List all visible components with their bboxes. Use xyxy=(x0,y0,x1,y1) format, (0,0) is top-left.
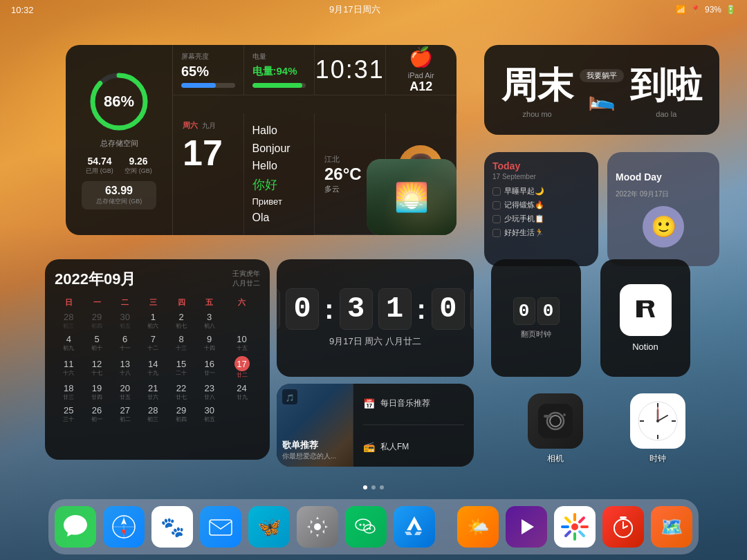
page-dot-2 xyxy=(371,485,376,489)
total-label: 总存储空间 (GB) xyxy=(85,197,153,206)
ipad-info-cell: 🍎 iPad Air A12 xyxy=(386,45,457,95)
svg-line-38 xyxy=(580,518,584,522)
flip-h2: 0 xyxy=(286,288,319,330)
dock-baidu[interactable]: 🐾 xyxy=(151,506,193,548)
brightness-label: 屏幕亮度 xyxy=(181,52,235,62)
today-title: Today xyxy=(492,160,590,171)
svg-rect-43 xyxy=(620,516,627,519)
today-item-2: 记得锻炼🔥 xyxy=(492,200,590,210)
notion-app-widget[interactable]: Notion xyxy=(600,259,690,377)
photo-emoji: 🌅 xyxy=(394,181,429,214)
song-sub: 你最想爱恋的人... xyxy=(282,451,347,461)
dock-mail[interactable] xyxy=(200,506,241,548)
notion-icon xyxy=(620,284,672,336)
today-widget[interactable]: Today 17 September 早睡早起🌙 记得锻炼🔥 少玩手机📋 好好生… xyxy=(484,152,598,266)
status-time: 10:32 xyxy=(11,5,34,15)
flip-icon-d2: 0 xyxy=(537,297,560,325)
today-item-4: 好好生活🏃 xyxy=(492,227,590,238)
flip-m2: 1 xyxy=(378,288,412,330)
svg-point-28 xyxy=(367,528,368,530)
battery-cell: 电量 电量:94% xyxy=(244,45,315,95)
weekend-zh2: 到啦 xyxy=(630,62,702,110)
cal-day: 17 xyxy=(183,135,234,171)
brightness-cell: 屏幕亮度 65% xyxy=(173,45,244,95)
svg-line-36 xyxy=(566,518,570,522)
time-display-cell: 10:31 xyxy=(315,45,386,95)
used-storage: 54.74 xyxy=(82,156,118,167)
battery-icon: 🔋 xyxy=(726,5,736,15)
location-icon: 📍 xyxy=(690,5,701,15)
music-items: 📅 每日音乐推荐 📻 私人FM xyxy=(353,384,474,467)
weekend-pinyin1: zhou mo xyxy=(501,110,573,118)
page-dot-1 xyxy=(363,485,367,489)
svg-marker-30 xyxy=(522,519,534,534)
svg-rect-2 xyxy=(629,294,662,327)
dock-photos[interactable] xyxy=(554,506,596,548)
ipad-model: iPad Air xyxy=(408,71,434,80)
svg-line-37 xyxy=(580,532,584,536)
today-item-1: 早睡早起🌙 xyxy=(492,186,590,196)
music-widget[interactable]: 歌单推荐 你最想爱恋的人... 🎵 📅 每日音乐推荐 📻 私人FM xyxy=(277,384,474,467)
apple-icon: 🍎 xyxy=(409,46,433,68)
clock-app-widget[interactable]: 时钟 xyxy=(613,384,703,474)
free-label: 空闲 (GB) xyxy=(120,167,156,176)
svg-point-26 xyxy=(363,524,365,526)
mood-widget[interactable]: Mood Day 2022年 09月17日 🙂 xyxy=(607,152,719,266)
hello-cell: Hallo Bonjour Hello 你好 Привет Ola xyxy=(244,113,315,235)
weekend-zh1: 周末 xyxy=(501,62,573,110)
dock-meituan[interactable]: 🦋 xyxy=(248,506,290,548)
flip-h1: 1 xyxy=(277,288,280,330)
page-dot-3 xyxy=(380,485,384,489)
clock-icon xyxy=(630,393,685,449)
flip-clock-widget[interactable]: 1 0 : 3 1 : 0 0 9月17日 周六 八月廿二 xyxy=(277,259,474,377)
mood-title: Mood Day xyxy=(616,171,662,183)
camera-icon xyxy=(528,393,583,449)
storage-circle: 86% 总存储空间 54.74 已用 (GB) 9.26 空闲 (GB) 63.… xyxy=(66,45,173,235)
circle-label: 总存储空间 xyxy=(100,138,138,149)
dock-appstore[interactable] xyxy=(394,506,435,548)
time-big: 10:31 xyxy=(315,55,385,84)
status-date: 9月17日周六 xyxy=(329,3,380,16)
bigcal-lunar-title: 壬寅虎年 xyxy=(232,269,260,279)
big-cal-month: 2022年09月 xyxy=(55,269,136,290)
battery-text: 93% xyxy=(705,5,721,15)
music-cover: 歌单推荐 你最想爱恋的人... 🎵 xyxy=(277,384,353,467)
wifi-icon: 📶 xyxy=(676,5,686,15)
svg-line-39 xyxy=(566,532,570,536)
flip-date: 9月17日 周六 八月廿二 xyxy=(329,335,421,348)
notion-label: Notion xyxy=(632,342,658,352)
weekend-banner: 我要躺平 xyxy=(580,69,624,82)
ipad-chip: A12 xyxy=(409,80,432,94)
flip-icon-label: 翻页时钟 xyxy=(521,329,551,339)
photo-widget[interactable]: 🌅 xyxy=(367,159,456,235)
music-item-2: 📻 私人FM xyxy=(363,441,464,453)
flip-s2: 0 xyxy=(470,288,474,330)
dock-safari[interactable] xyxy=(103,506,145,548)
dock-settings[interactable] xyxy=(297,506,338,548)
flip-s1: 0 xyxy=(432,288,465,330)
total-storage: 63.99 xyxy=(85,185,153,197)
dock-extra[interactable]: 🗺️ xyxy=(651,506,692,548)
mood-date: 2022年 09月17日 xyxy=(616,189,669,199)
big-calendar-widget[interactable]: 2022年09月 壬寅虎年 八月廿二 日 一 二 三 四 五 六 xyxy=(45,259,270,460)
svg-point-23 xyxy=(314,523,321,530)
dock: 🐾 🦋 🌤️ xyxy=(48,499,699,554)
flip-icon-d1: 0 xyxy=(513,297,535,325)
dock-moji[interactable]: 🌤️ xyxy=(457,506,499,548)
camera-app-widget[interactable]: 相机 xyxy=(510,384,600,474)
weekend-widget[interactable]: 周末 zhou mo 我要躺平 🛌 到啦 dao la xyxy=(484,45,719,135)
mini-calendar-cell: 周六 九月 17 xyxy=(173,113,244,235)
svg-rect-3 xyxy=(538,404,573,438)
dock-timing[interactable] xyxy=(602,506,644,548)
today-date: 17 September xyxy=(492,173,590,180)
clock-label: 时钟 xyxy=(649,453,666,465)
dock-wechat[interactable] xyxy=(345,506,387,548)
flip-clock-icon-widget[interactable]: 0 0 翻页时钟 xyxy=(491,259,581,377)
flip-icon-digits: 0 0 xyxy=(513,297,560,325)
flip-m1: 3 xyxy=(340,288,373,330)
flip-digits: 1 0 : 3 1 : 0 0 xyxy=(277,288,474,330)
bigcal-lunar-sub: 八月廿二 xyxy=(232,279,260,288)
widgets-area: 86% 总存储空间 54.74 已用 (GB) 9.26 空闲 (GB) 63.… xyxy=(0,24,747,498)
dock-messages[interactable] xyxy=(55,506,96,548)
dock-infuse[interactable] xyxy=(506,506,547,548)
